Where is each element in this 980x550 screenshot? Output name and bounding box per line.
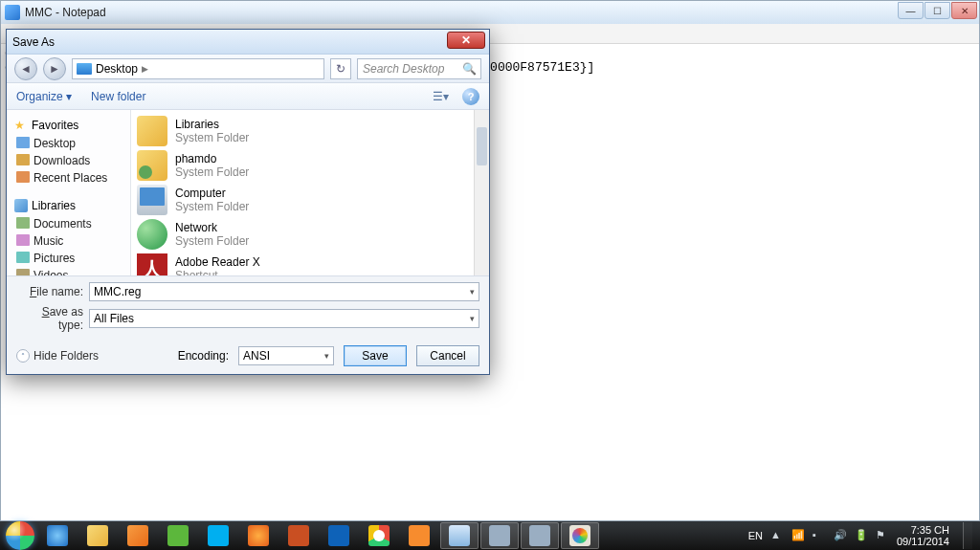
scrollbar[interactable] <box>474 110 489 275</box>
dialog-title: Save As <box>12 35 55 49</box>
nav-item-music[interactable]: Music <box>14 232 128 250</box>
taskbar-firefox[interactable] <box>239 522 278 549</box>
file-name-label: File name: <box>16 285 89 298</box>
taskbar-ie[interactable] <box>38 522 77 549</box>
taskbar-powerpoint[interactable] <box>279 522 318 549</box>
scrollbar-thumb[interactable] <box>477 127 487 165</box>
taskbar-app-1[interactable] <box>480 522 519 549</box>
notepad-titlebar[interactable]: MMC - Notepad — ☐ ✕ <box>1 1 979 24</box>
nav-item-desktop[interactable]: Desktop <box>14 135 128 152</box>
list-item-title: Network <box>175 221 249 234</box>
encoding-label: Encoding: <box>178 349 229 363</box>
taskbar-xampp[interactable] <box>400 522 438 549</box>
adobe-icon: 人 <box>137 253 167 275</box>
list-item-title: Adobe Reader X <box>175 255 260 269</box>
minimize-button[interactable]: — <box>898 2 924 19</box>
view-options-button[interactable]: ☰▾ <box>428 87 453 106</box>
hide-folders-toggle[interactable]: ˄ Hide Folders <box>16 349 99 363</box>
notepad-taskbar-icon <box>449 525 470 546</box>
wmp-icon <box>127 525 148 546</box>
search-icon: 🔍 <box>462 62 477 76</box>
list-item-title: Libraries <box>175 118 249 131</box>
refresh-button[interactable]: ↻ <box>330 58 351 79</box>
dialog-titlebar[interactable]: Save As ✕ <box>7 30 489 55</box>
tray-flag-icon[interactable]: ⚑ <box>876 529 889 542</box>
taskbar-teamviewer[interactable] <box>320 522 358 549</box>
app-icon <box>529 525 550 546</box>
app-icon <box>489 525 510 546</box>
save-button[interactable]: Save <box>344 345 407 366</box>
chevron-right-icon[interactable]: ▶ <box>142 64 148 74</box>
system-tray: EN ▲ 📶 ▪ 🔊 🔋 ⚑ 7:35 CH 09/11/2014 <box>748 522 976 549</box>
taskbar-wmp[interactable] <box>119 522 157 549</box>
taskbar-chrome[interactable] <box>360 522 398 549</box>
list-item-subtitle: System Folder <box>175 165 249 179</box>
taskbar-utorrent[interactable] <box>159 522 197 549</box>
chevron-up-icon: ˄ <box>16 349 30 363</box>
nav-group-libraries[interactable]: Libraries <box>14 196 128 215</box>
cancel-button[interactable]: Cancel <box>416 345 479 366</box>
encoding-select[interactable]: ANSI <box>238 346 334 365</box>
close-button[interactable]: ✕ <box>951 2 977 19</box>
taskbar-paint[interactable] <box>561 522 599 549</box>
nav-item-pictures[interactable]: Pictures <box>14 250 128 267</box>
tray-volume-icon[interactable]: 🔊 <box>834 529 847 542</box>
list-item[interactable]: LibrariesSystem Folder <box>135 114 485 148</box>
save-as-type-select[interactable]: All Files <box>89 309 479 328</box>
nav-item-videos[interactable]: Videos <box>14 267 128 275</box>
nav-forward-button[interactable]: ► <box>43 57 66 80</box>
list-item-subtitle: System Folder <box>175 200 249 213</box>
taskbar-pinned <box>38 522 599 549</box>
nav-back-button[interactable]: ◄ <box>14 57 37 80</box>
language-indicator[interactable]: EN <box>748 530 763 541</box>
file-name-input[interactable]: MMC.reg <box>89 282 479 301</box>
tray-app-icon[interactable]: ▪ <box>813 529 826 542</box>
paint-icon <box>569 525 590 546</box>
clock-time: 7:35 CH <box>911 524 949 536</box>
address-bar[interactable]: Desktop ▶ <box>72 58 324 79</box>
libraries-icon <box>137 116 167 146</box>
new-folder-button[interactable]: New folder <box>91 90 145 103</box>
tray-network-icon[interactable]: 📶 <box>791 529 805 542</box>
tray-up-icon[interactable]: ▲ <box>770 529 784 542</box>
dialog-toolbar: Organize ▾ New folder ☰▾ ? <box>7 83 489 110</box>
maximize-button[interactable]: ☐ <box>924 2 950 19</box>
network-icon <box>137 219 167 250</box>
list-item-title: phamdo <box>175 152 249 165</box>
taskbar-app-2[interactable] <box>521 522 559 549</box>
ie-icon <box>47 525 68 546</box>
taskbar-notepad[interactable] <box>440 522 479 549</box>
taskbar-explorer[interactable] <box>78 522 117 549</box>
notepad-icon <box>5 5 20 20</box>
firefox-icon <box>248 525 269 546</box>
list-item[interactable]: phamdoSystem Folder <box>135 148 485 183</box>
notepad-title: MMC - Notepad <box>25 6 106 19</box>
list-item-title: Computer <box>175 187 249 200</box>
list-item[interactable]: 人Adobe Reader XShortcut <box>135 252 485 275</box>
file-list-pane[interactable]: LibrariesSystem FolderphamdoSystem Folde… <box>131 110 489 275</box>
save-as-type-label: Save as type: <box>16 305 89 332</box>
show-desktop-button[interactable] <box>963 522 972 549</box>
dialog-close-button[interactable]: ✕ <box>447 32 485 49</box>
search-placeholder: Search Desktop <box>363 62 444 76</box>
search-input[interactable]: Search Desktop 🔍 <box>357 58 481 79</box>
nav-item-documents[interactable]: Documents <box>14 215 128 232</box>
tray-battery-icon[interactable]: 🔋 <box>855 529 868 542</box>
nav-group-favorites[interactable]: Favorites <box>14 116 128 135</box>
start-button[interactable] <box>4 521 36 550</box>
taskbar-skype[interactable] <box>199 522 237 549</box>
nav-item-downloads[interactable]: Downloads <box>14 152 128 169</box>
list-item-subtitle: System Folder <box>175 131 249 144</box>
list-item-subtitle: Shortcut <box>175 269 260 275</box>
taskbar-clock[interactable]: 7:35 CH 09/11/2014 <box>897 524 949 547</box>
organize-menu[interactable]: Organize ▾ <box>16 90 72 103</box>
save-as-dialog: Save As ✕ ◄ ► Desktop ▶ ↻ Search Desktop… <box>6 29 490 375</box>
xampp-icon <box>409 525 430 546</box>
list-item[interactable]: NetworkSystem Folder <box>135 217 485 252</box>
help-button[interactable]: ? <box>462 88 479 105</box>
list-item[interactable]: ComputerSystem Folder <box>135 183 485 217</box>
utorrent-icon <box>167 525 189 546</box>
clock-date: 09/11/2014 <box>897 536 949 547</box>
nav-item-recent-places[interactable]: Recent Places <box>14 169 128 187</box>
teamviewer-icon <box>328 525 349 546</box>
